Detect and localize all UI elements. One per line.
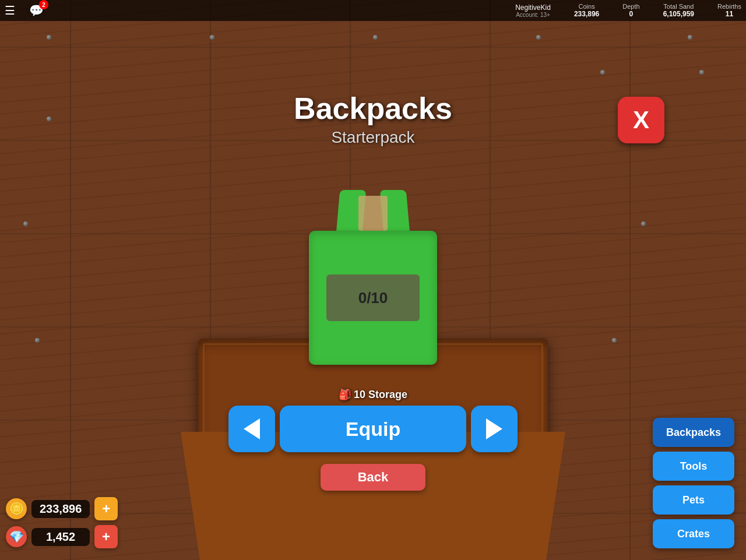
backpack-body: 0/10: [309, 231, 437, 365]
backpack-display: 0/10: [309, 190, 437, 365]
close-button[interactable]: X: [618, 97, 664, 143]
coin-icon: 🪙: [6, 498, 27, 519]
backpack-capacity-label: 0/10: [326, 274, 420, 321]
equip-button[interactable]: Equip: [280, 406, 466, 452]
add-coins-button[interactable]: +: [94, 497, 118, 520]
right-arrow-icon: [486, 418, 502, 439]
top-bar: ☰ 💬 2 NegitiveKid Account: 13+ Coins 233…: [0, 0, 746, 21]
sidebar-pets-button[interactable]: Pets: [653, 485, 734, 515]
total-sand-label: Total Sand: [663, 3, 694, 10]
sidebar-crates-button[interactable]: Crates: [653, 519, 734, 548]
left-arrow-icon: [244, 418, 260, 439]
user-info: NegitiveKid Account: 13+: [515, 3, 551, 18]
modal-title: Backpacks: [294, 91, 452, 126]
navigation-buttons: Equip: [228, 406, 518, 452]
rebirths-stat: Rebirths 11: [717, 3, 741, 18]
title-area: Backpacks Starterpack: [294, 91, 452, 147]
prev-button[interactable]: [228, 406, 275, 452]
sidebar-tools-button[interactable]: Tools: [653, 452, 734, 481]
backpack-straps: [326, 190, 420, 237]
depth-label: Depth: [622, 3, 639, 10]
main-content: Backpacks Starterpack X 0/10 🎒10 Storage: [0, 21, 746, 560]
account-level: Account: 13+: [515, 12, 551, 18]
backpack-item: 0/10: [309, 190, 437, 365]
next-button[interactable]: [471, 406, 518, 452]
player-coins: 233,896: [31, 500, 90, 518]
coins-label: Coins: [574, 3, 599, 10]
coins-value: 233,896: [574, 10, 599, 18]
bottom-stats: 🪙 233,896 + 💎 1,452 +: [6, 497, 118, 548]
strap-contents: [358, 196, 388, 231]
player-gems: 1,452: [31, 528, 90, 546]
total-sand-stat: Total Sand 6,105,959: [663, 3, 694, 18]
chat-button[interactable]: 💬 2: [29, 3, 44, 17]
coins-row: 🪙 233,896 +: [6, 497, 118, 520]
total-sand-value: 6,105,959: [663, 10, 694, 18]
depth-value: 0: [622, 10, 639, 18]
right-sidebar: Backpacks Tools Pets Crates: [653, 418, 734, 548]
chat-badge: 2: [39, 0, 48, 9]
depth-stat: Depth 0: [622, 3, 639, 18]
gem-icon: 💎: [6, 526, 27, 547]
rebirths-value: 11: [717, 10, 741, 18]
rebirths-label: Rebirths: [717, 3, 741, 10]
coins-stat: Coins 233,896: [574, 3, 599, 18]
modal-subtitle: Starterpack: [294, 128, 452, 147]
back-button[interactable]: Back: [321, 464, 425, 491]
add-gems-button[interactable]: +: [94, 525, 118, 548]
sidebar-backpacks-button[interactable]: Backpacks: [653, 418, 734, 447]
storage-label: 🎒10 Storage: [339, 388, 407, 401]
menu-icon[interactable]: ☰: [5, 3, 15, 17]
username: NegitiveKid: [515, 3, 551, 12]
gems-row: 💎 1,452 +: [6, 525, 118, 548]
